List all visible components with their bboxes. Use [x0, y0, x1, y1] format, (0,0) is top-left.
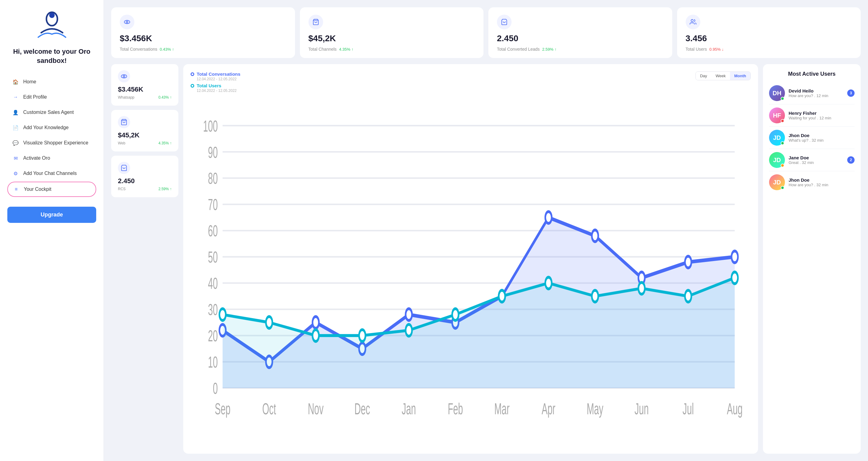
user-info-1: Henry Fisher Waiting for you! . 12 min [788, 110, 855, 120]
sidebar-item-label: Customize Sales Agent [23, 109, 73, 115]
user-name-2: Jhon Doe [788, 133, 855, 138]
upgrade-button[interactable]: Upgrade [7, 207, 96, 223]
svg-text:10: 10 [208, 353, 218, 371]
svg-point-46 [312, 317, 319, 328]
welcome-text: Hi, welcome to your Oro sandbox! [7, 47, 96, 65]
user-msg-3: Great . 32 min [788, 160, 843, 165]
user-item-1[interactable]: HF Henry Fisher Waiting for you! . 12 mi… [769, 104, 855, 127]
user-item-4[interactable]: JD Jhon Doe How are you? . 32 min [769, 171, 855, 193]
status-dot-1 [781, 119, 784, 123]
svg-point-63 [499, 290, 505, 302]
chart-svg-wrap: 0102030405060708090100SepOctNovDecJanFeb… [191, 96, 751, 446]
svg-point-54 [685, 256, 691, 268]
mini-label-2: RCS [118, 187, 126, 191]
mini-label-1: Web [118, 141, 125, 145]
logo [35, 10, 69, 41]
user-info-0: Devid Heilo How are you? . 12 min [788, 88, 843, 98]
svg-marker-56 [223, 278, 735, 388]
sidebar-item-label: Visualize Shopper Experience [23, 140, 88, 145]
svg-text:Oct: Oct [262, 400, 276, 418]
active-users-card: Most Active Users DH Devid Heilo How are… [763, 64, 861, 454]
mini-card-1: $45,2K Web 4.35% ↑ [111, 110, 178, 152]
stat-value-1: $45,2K [308, 34, 475, 43]
svg-text:Apr: Apr [541, 400, 555, 418]
stat-icon-3 [686, 15, 700, 29]
svg-point-67 [685, 290, 691, 302]
chart-tab-month[interactable]: Month [730, 72, 750, 80]
chart-tab-day[interactable]: Day [696, 72, 711, 80]
svg-point-1 [49, 12, 55, 18]
sidebar-item-visualize-shopper[interactable]: 💬 Visualize Shopper Experience [7, 136, 96, 150]
home-icon: 🏠 [12, 78, 19, 85]
status-dot-4 [781, 186, 784, 190]
user-item-2[interactable]: JD Jhon Doe What's up? . 32 min [769, 127, 855, 149]
svg-point-48 [406, 309, 412, 320]
add-knowledge-icon: 📄 [12, 124, 19, 131]
sidebar-item-label: Your Cockpit [24, 187, 51, 192]
svg-text:Jun: Jun [634, 400, 648, 418]
svg-point-64 [545, 277, 552, 289]
svg-point-68 [732, 272, 738, 284]
sidebar-item-add-knowledge[interactable]: 📄 Add Your Knowledge [7, 121, 96, 135]
add-chat-icon: ⚙ [12, 170, 19, 177]
svg-text:Dec: Dec [354, 400, 370, 418]
stat-label-0: Total Conversations 0.43% ↑ [120, 46, 286, 52]
sidebar-item-add-chat[interactable]: ⚙ Add Your Chat Channels [7, 166, 96, 180]
svg-point-3 [126, 21, 128, 23]
svg-text:May: May [587, 400, 603, 418]
chart-header: Total Conversations 12.04.2022 - 12.05.2… [191, 71, 751, 93]
svg-point-5 [691, 20, 693, 22]
sidebar-item-your-cockpit[interactable]: ≡ Your Cockpit [7, 182, 96, 197]
stat-icon-2 [497, 15, 512, 29]
mini-icon-0 [118, 70, 130, 83]
avatar-wrap-2: JD [769, 130, 785, 145]
user-info-2: Jhon Doe What's up? . 32 min [788, 133, 855, 142]
stat-change-2: 2.59% ↑ [541, 47, 557, 52]
svg-text:90: 90 [208, 143, 218, 161]
user-item-3[interactable]: JD Jane Doe Great . 32 min 2 [769, 149, 855, 171]
sidebar-item-customize-sales[interactable]: 👤 Customize Sales Agent [7, 105, 96, 119]
main-content: $3.456K Total Conversations 0.43% ↑ $45,… [104, 0, 868, 461]
mini-value-2: 2.450 [118, 177, 172, 185]
sidebar-item-label: Add Your Chat Channels [23, 171, 77, 176]
user-badge-3: 2 [847, 156, 855, 164]
svg-point-62 [452, 309, 459, 320]
svg-point-60 [359, 330, 366, 341]
sidebar-item-edit-profile[interactable]: → Edit Profile [7, 90, 96, 104]
stat-value-3: 3.456 [686, 34, 852, 43]
sidebar: Hi, welcome to your Oro sandbox! 🏠 Home→… [0, 0, 104, 461]
stat-card-0: $3.456K Total Conversations 0.43% ↑ [111, 7, 295, 58]
svg-point-7 [123, 75, 125, 77]
sidebar-item-activate-oro[interactable]: ✉ Activate Oro [7, 151, 96, 165]
stat-label-2: Total Converted Leads 2.59% ↑ [497, 46, 664, 52]
mini-change-2: 2.59% ↑ [158, 187, 172, 191]
mini-cards: $3.456K Whatsapp 0.43% ↑ $45,2K Web 4.35… [111, 64, 178, 454]
stat-card-2: 2.450 Total Converted Leads 2.59% ↑ [488, 7, 672, 58]
svg-text:30: 30 [208, 301, 218, 319]
legend-users: Total Users 12.04.2022 - 12.05.2022 [191, 83, 240, 93]
sidebar-item-home[interactable]: 🏠 Home [7, 75, 96, 89]
chart-tab-week[interactable]: Week [711, 72, 730, 80]
stat-icon-1 [308, 15, 323, 29]
your-cockpit-icon: ≡ [13, 186, 20, 193]
stat-card-1: $45,2K Total Channels 4.35% ↑ [300, 7, 484, 58]
svg-text:Feb: Feb [448, 400, 463, 418]
stat-label-1: Total Channels 4.35% ↑ [308, 46, 475, 52]
mini-change-1: 4.35% ↑ [158, 141, 172, 145]
svg-text:Aug: Aug [727, 400, 742, 418]
legend-dot-cyan [191, 84, 194, 88]
user-item-0[interactable]: DH Devid Heilo How are you? . 12 min 3 [769, 82, 855, 104]
svg-text:70: 70 [208, 196, 218, 213]
svg-text:Jul: Jul [683, 400, 694, 418]
user-name-0: Devid Heilo [788, 88, 843, 93]
avatar-wrap-4: JD [769, 174, 785, 190]
edit-profile-icon: → [12, 94, 19, 100]
mini-icon-2 [118, 162, 130, 174]
svg-point-59 [312, 330, 319, 341]
sidebar-item-label: Activate Oro [23, 155, 50, 161]
svg-point-66 [638, 283, 645, 294]
svg-point-2 [124, 21, 130, 24]
svg-point-6 [121, 75, 127, 78]
mini-label-0: Whatsapp [118, 95, 134, 100]
svg-text:Mar: Mar [494, 400, 510, 418]
